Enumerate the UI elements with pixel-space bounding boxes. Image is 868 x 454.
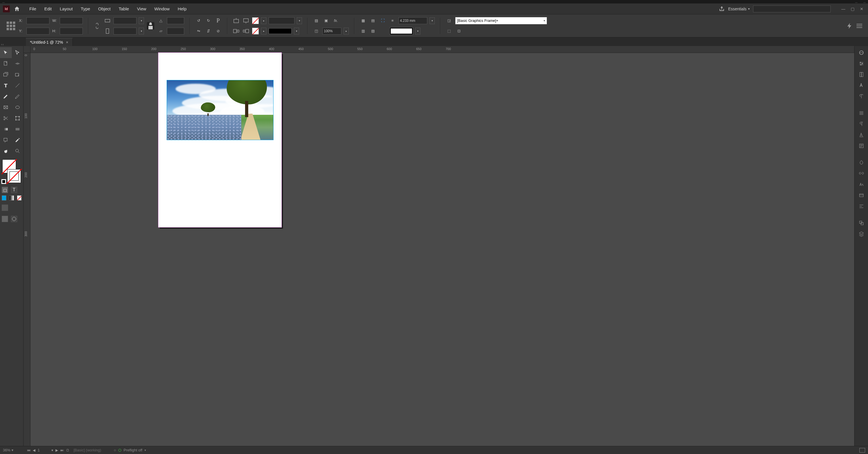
select-container-icon[interactable]: [232, 17, 240, 25]
opacity-dropdown[interactable]: ▸: [344, 28, 349, 34]
gradient-swatch-tool[interactable]: [0, 124, 12, 135]
scale-y-dropdown[interactable]: ▾: [139, 28, 144, 34]
minimize-button[interactable]: —: [840, 6, 847, 11]
scissors-tool[interactable]: [0, 113, 12, 124]
last-page-icon[interactable]: ⏭: [60, 448, 64, 452]
formatting-container-icon[interactable]: ◻: [2, 187, 8, 193]
text-wrap-bound-icon[interactable]: ▤: [369, 17, 377, 25]
apply-gradient-icon[interactable]: [9, 195, 14, 201]
rectangle-frame-tool[interactable]: [0, 102, 12, 113]
direct-selection-tool[interactable]: [12, 47, 24, 58]
drop-shadow-icon[interactable]: ▨: [313, 17, 320, 25]
paragraph-icon[interactable]: [856, 119, 867, 129]
canvas[interactable]: 0501001502002503003504004505005506006507…: [24, 46, 854, 446]
stroke-weight-dropdown[interactable]: ▾: [430, 17, 435, 24]
free-transform-tool[interactable]: [12, 113, 24, 124]
workspace-switcher[interactable]: Essentials ▾: [728, 7, 750, 11]
pen-tool[interactable]: [0, 91, 12, 102]
content-placer-tool[interactable]: [12, 69, 24, 80]
character-icon[interactable]: [856, 81, 867, 90]
paragraph-styles-icon[interactable]: [856, 91, 867, 101]
preview-mode-icon[interactable]: [11, 216, 17, 222]
eyedropper-tool[interactable]: [12, 135, 24, 146]
stroke-dropdown[interactable]: ▸: [261, 28, 266, 34]
menu-table[interactable]: Table: [115, 3, 133, 15]
default-fill-stroke-icon[interactable]: [1, 179, 6, 184]
wrap-jump-icon[interactable]: ▥: [360, 27, 367, 35]
share-icon[interactable]: [719, 6, 725, 12]
scale-x-input[interactable]: [114, 17, 136, 24]
page-tool[interactable]: [0, 58, 12, 69]
zoom-tool[interactable]: [12, 146, 24, 157]
menu-window[interactable]: Window: [150, 3, 174, 15]
document-page[interactable]: [158, 53, 282, 227]
cc-libraries-icon[interactable]: [856, 48, 867, 58]
line-tool[interactable]: [12, 80, 24, 91]
flip-h-icon[interactable]: ⇋: [195, 27, 202, 35]
pages-icon[interactable]: [856, 69, 867, 79]
opacity-icon[interactable]: ▣: [322, 17, 330, 25]
rotation-input[interactable]: [167, 17, 184, 24]
constrain-icon[interactable]: [93, 22, 101, 30]
hand-tool[interactable]: [0, 146, 12, 157]
next-page-icon[interactable]: ▶: [56, 448, 58, 452]
apply-none-icon[interactable]: [17, 195, 22, 201]
stroke-color-swatch[interactable]: [390, 28, 413, 34]
view-options-icon[interactable]: [2, 204, 8, 211]
menu-type[interactable]: Type: [77, 3, 94, 15]
home-icon[interactable]: [14, 6, 20, 12]
screen-mode-icon[interactable]: [859, 448, 865, 453]
fill-stroke-proxy[interactable]: [1, 158, 22, 184]
stroke-weight-input[interactable]: [399, 17, 427, 24]
type-tool[interactable]: [0, 80, 12, 91]
apply-color-icon[interactable]: [2, 195, 6, 201]
gap-tool[interactable]: [12, 58, 24, 69]
fill-tint-dropdown[interactable]: ▾: [297, 17, 302, 24]
preflight-status[interactable]: ○ Preflight off ▾: [114, 448, 146, 452]
select-prev-icon[interactable]: [232, 27, 240, 35]
scale-x-dropdown[interactable]: ▾: [139, 17, 144, 24]
fill-dropdown[interactable]: ▸: [261, 17, 266, 24]
text-wrap-icon[interactable]: [856, 108, 867, 118]
pathfinder-icon[interactable]: [856, 218, 867, 228]
pencil-tool[interactable]: [12, 91, 24, 102]
expand-panels-icon[interactable]: ‹‹: [1, 43, 10, 46]
reference-point-grid[interactable]: [6, 21, 16, 31]
menu-object[interactable]: Object: [94, 3, 115, 15]
menu-view[interactable]: View: [133, 3, 150, 15]
ruler-origin[interactable]: [24, 46, 30, 53]
object-style-select[interactable]: [Basic Graphics Frame]+ ▾: [455, 17, 547, 25]
close-tab-icon[interactable]: ×: [66, 40, 68, 45]
h-input[interactable]: [60, 28, 83, 34]
menu-layout[interactable]: Layout: [56, 3, 77, 15]
auto-fit-icon[interactable]: ⛶: [379, 17, 386, 25]
note-tool[interactable]: [0, 135, 12, 146]
fill-swatch[interactable]: [252, 17, 259, 24]
stroke-style-preview[interactable]: [269, 28, 291, 34]
search-input[interactable]: [753, 5, 831, 12]
first-page-icon[interactable]: ⏮: [27, 448, 30, 452]
formatting-text-icon[interactable]: T: [11, 187, 17, 193]
color-icon[interactable]: [856, 158, 867, 167]
placed-image-frame[interactable]: [167, 80, 274, 140]
properties-icon[interactable]: [856, 59, 867, 68]
prev-page-icon[interactable]: ◀: [33, 448, 35, 452]
horizontal-ruler[interactable]: 0501001502002503003504004505005506006507…: [30, 46, 854, 53]
selection-tool[interactable]: [0, 47, 12, 58]
frame-fitting-icon2[interactable]: ⊡: [455, 27, 463, 35]
story-icon[interactable]: [856, 141, 867, 151]
menu-edit[interactable]: Edit: [40, 3, 56, 15]
links-icon[interactable]: [856, 169, 867, 178]
content-collector-tool[interactable]: [0, 69, 12, 80]
fill-tint-input[interactable]: [269, 17, 294, 24]
menu-file[interactable]: File: [25, 3, 40, 15]
zoom-level[interactable]: 36% ▾: [3, 448, 23, 452]
x-input[interactable]: [26, 17, 50, 24]
shear-input[interactable]: [167, 28, 184, 34]
w-input[interactable]: [60, 17, 83, 24]
character-styles-icon[interactable]: [856, 179, 867, 189]
fx-icon[interactable]: fx.: [332, 17, 340, 25]
open-pages-icon[interactable]: 🗋: [66, 448, 69, 452]
maximize-button[interactable]: ▢: [849, 6, 856, 11]
stroke-proxy[interactable]: [7, 169, 21, 183]
